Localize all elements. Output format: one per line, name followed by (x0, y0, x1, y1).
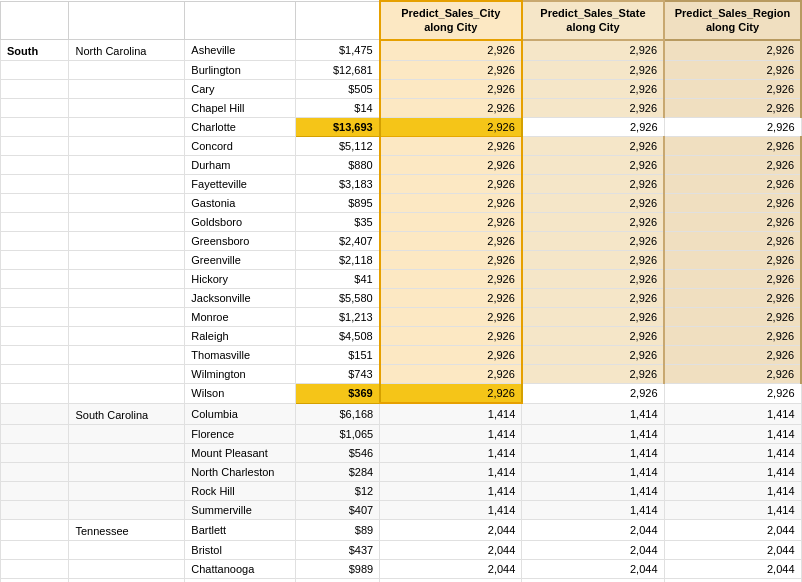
pred-region-cell: 1,414 (664, 403, 801, 424)
pred-state-cell: 2,926 (522, 175, 664, 194)
pred-region-cell: 2,926 (664, 213, 801, 232)
table-row: Jacksonville$5,5802,9262,9262,926 (1, 289, 802, 308)
header-pred-city: Predict_Sales_Cityalong City (380, 1, 522, 40)
city-cell: Raleigh (185, 327, 296, 346)
pred-city-cell: 2,926 (380, 61, 522, 80)
pred-city-cell: 2,926 (380, 194, 522, 213)
state-cell (69, 540, 185, 559)
region-cell (1, 251, 69, 270)
table-row: Florence$1,0651,4141,4141,414 (1, 424, 802, 443)
state-cell (69, 578, 185, 582)
pred-city-cell: 2,044 (380, 540, 522, 559)
pred-state-cell: 2,926 (522, 327, 664, 346)
region-cell (1, 270, 69, 289)
city-cell: Rock Hill (185, 481, 296, 500)
pred-region-cell: 1,414 (664, 443, 801, 462)
city-cell: Jacksonville (185, 289, 296, 308)
city-cell: North Charleston (185, 462, 296, 481)
pred-region-cell: 2,926 (664, 156, 801, 175)
state-cell (69, 424, 185, 443)
region-cell (1, 308, 69, 327)
region-cell (1, 346, 69, 365)
sales-cell: $743 (295, 365, 379, 384)
sales-cell: $2,218 (295, 578, 379, 582)
city-cell: Summerville (185, 500, 296, 519)
table-row: Raleigh$4,5082,9262,9262,926 (1, 327, 802, 346)
table-row: TennesseeBartlett$892,0442,0442,044 (1, 519, 802, 540)
region-cell (1, 578, 69, 582)
pred-city-cell: 2,044 (380, 519, 522, 540)
pred-city-cell: 2,926 (380, 40, 522, 61)
city-cell: Florence (185, 424, 296, 443)
city-cell: Greenville (185, 251, 296, 270)
pred-region-cell: 2,044 (664, 578, 801, 582)
sales-cell: $5,112 (295, 137, 379, 156)
sales-cell: $12 (295, 481, 379, 500)
region-cell (1, 403, 69, 424)
region-cell (1, 194, 69, 213)
pred-region-cell: 2,926 (664, 289, 801, 308)
region-cell (1, 289, 69, 308)
city-cell: Goldsboro (185, 213, 296, 232)
city-cell: Wilmington (185, 365, 296, 384)
pred-city-cell: 2,926 (380, 365, 522, 384)
city-cell: Mount Pleasant (185, 443, 296, 462)
region-cell (1, 559, 69, 578)
pred-state-cell: 2,926 (522, 61, 664, 80)
state-cell (69, 194, 185, 213)
table-row: South CarolinaColumbia$6,1681,4141,4141,… (1, 403, 802, 424)
city-cell: Asheville (185, 40, 296, 61)
pred-state-cell: 2,926 (522, 156, 664, 175)
state-cell (69, 61, 185, 80)
city-cell: Charlotte (185, 118, 296, 137)
city-cell: Columbia (185, 403, 296, 424)
pred-city-cell: 2,926 (380, 251, 522, 270)
table-row: Goldsboro$352,9262,9262,926 (1, 213, 802, 232)
sales-cell: $12,681 (295, 61, 379, 80)
state-cell: North Carolina (69, 40, 185, 61)
pred-city-cell: 2,926 (380, 175, 522, 194)
pred-city-cell: 2,926 (380, 289, 522, 308)
pred-state-cell: 2,926 (522, 270, 664, 289)
table-row: Charlotte$13,6932,9262,9262,926 (1, 118, 802, 137)
sales-cell: $41 (295, 270, 379, 289)
pred-state-cell: 2,044 (522, 519, 664, 540)
table-row: Wilmington$7432,9262,9262,926 (1, 365, 802, 384)
pred-region-cell: 2,926 (664, 384, 801, 404)
pred-city-cell: 2,926 (380, 137, 522, 156)
state-cell: South Carolina (69, 403, 185, 424)
header-sales (295, 1, 379, 40)
table-row: Concord$5,1122,9262,9262,926 (1, 137, 802, 156)
table-row: Bristol$4372,0442,0442,044 (1, 540, 802, 559)
region-cell (1, 384, 69, 404)
city-cell: Gastonia (185, 194, 296, 213)
table-row: Mount Pleasant$5461,4141,4141,414 (1, 443, 802, 462)
pred-region-cell: 2,926 (664, 61, 801, 80)
table-row: Summerville$4071,4141,4141,414 (1, 500, 802, 519)
state-cell (69, 327, 185, 346)
sales-cell: $35 (295, 213, 379, 232)
pred-city-cell: 2,926 (380, 156, 522, 175)
state-cell (69, 500, 185, 519)
pred-region-cell: 2,044 (664, 559, 801, 578)
pred-city-cell: 2,044 (380, 559, 522, 578)
sales-cell: $407 (295, 500, 379, 519)
sales-cell: $5,580 (295, 289, 379, 308)
pred-city-cell: 1,414 (380, 462, 522, 481)
sales-cell: $13,693 (295, 118, 379, 137)
pred-state-cell: 2,926 (522, 308, 664, 327)
data-table: Predict_Sales_Cityalong City Predict_Sal… (0, 0, 802, 582)
state-cell (69, 156, 185, 175)
table-row: Clarksville$2,2182,0442,0442,044 (1, 578, 802, 582)
sales-cell: $4,508 (295, 327, 379, 346)
city-cell: Fayetteville (185, 175, 296, 194)
table-row: Rock Hill$121,4141,4141,414 (1, 481, 802, 500)
pred-region-cell: 2,926 (664, 175, 801, 194)
pred-region-cell: 1,414 (664, 481, 801, 500)
city-cell: Thomasville (185, 346, 296, 365)
pred-city-cell: 2,926 (380, 346, 522, 365)
city-cell: Cary (185, 80, 296, 99)
sales-cell: $505 (295, 80, 379, 99)
region-cell (1, 156, 69, 175)
pred-state-cell: 2,926 (522, 194, 664, 213)
